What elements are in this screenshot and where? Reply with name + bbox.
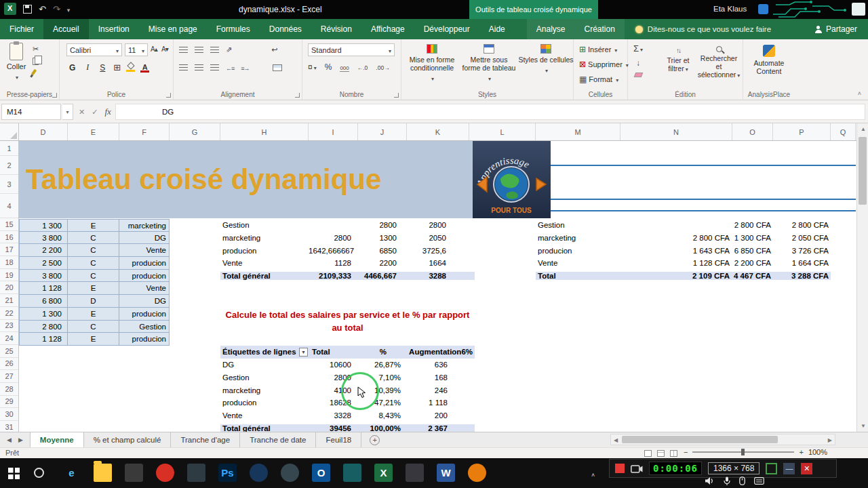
cell[interactable]: E — [68, 282, 119, 295]
underline-button[interactable]: S — [97, 63, 108, 73]
format-as-table-button[interactable]: Mettre sous forme de tableau — [461, 44, 517, 83]
recorder-settings-button[interactable] — [766, 463, 777, 474]
ribbon-tab[interactable]: Accueil — [43, 19, 89, 39]
cell[interactable]: C — [68, 244, 119, 257]
cell[interactable]: 168 — [407, 373, 475, 382]
cell[interactable]: 1300 — [358, 234, 407, 242]
conditional-formatting-button[interactable]: Mise en forme conditionnelle — [404, 44, 460, 83]
decrease-decimal-icon[interactable] — [376, 63, 389, 71]
automate-content-button[interactable]: Automate Content — [749, 45, 789, 75]
row-header[interactable]: 27 — [0, 370, 18, 383]
search-button[interactable] — [34, 468, 44, 478]
cell[interactable]: 2109,333 — [309, 272, 358, 280]
redo-icon[interactable] — [53, 3, 60, 15]
cell[interactable]: C — [68, 257, 119, 270]
augmentation-header[interactable]: Augmentation6% — [407, 348, 475, 356]
cell[interactable]: 1642,666667 — [309, 247, 358, 255]
bold-button[interactable]: G — [66, 63, 78, 73]
clear-icon[interactable] — [633, 73, 643, 77]
column-header[interactable]: P — [773, 123, 831, 141]
cell[interactable]: 2 200 — [19, 244, 68, 257]
cell[interactable]: C — [68, 270, 119, 283]
cell[interactable]: 10600 — [309, 361, 358, 369]
row-header[interactable]: 31 — [0, 421, 18, 432]
cell[interactable]: marcketing — [220, 386, 309, 394]
format-painter-icon[interactable] — [31, 69, 37, 76]
cell[interactable]: 39456 — [309, 424, 358, 432]
ribbon-tab[interactable]: Mise en page — [139, 19, 207, 39]
select-all-corner[interactable] — [0, 123, 19, 141]
zoom-in-icon[interactable]: + — [799, 448, 803, 456]
cell[interactable]: 1 300 — [19, 219, 68, 232]
cell[interactable]: 200 — [407, 411, 475, 420]
filter-dropdown-icon[interactable]: ▼ — [299, 348, 308, 357]
total-header[interactable]: Total — [309, 348, 358, 356]
zoom-slider[interactable] — [692, 451, 794, 453]
ribbon-context-tab[interactable]: Analyse — [527, 19, 575, 39]
decrease-indent-icon[interactable] — [226, 64, 234, 72]
dialog-launcher-icon[interactable] — [52, 93, 57, 98]
fill-color-icon[interactable] — [126, 63, 135, 72]
cell[interactable]: 1 300 CFA — [732, 234, 773, 242]
row-header[interactable]: 16 — [0, 231, 18, 244]
titlebar-app-icon[interactable] — [758, 4, 768, 14]
row-header[interactable]: 19 — [0, 269, 18, 282]
cell[interactable]: Vente — [220, 411, 309, 420]
cell[interactable]: 6 800 — [19, 295, 68, 308]
align-center-icon[interactable] — [195, 64, 203, 71]
cell[interactable]: 2 800 — [19, 321, 68, 333]
column-header[interactable]: K — [407, 123, 469, 141]
taskbar-app-outlook[interactable]: O — [312, 464, 330, 482]
copy-icon[interactable] — [33, 58, 39, 65]
row-header[interactable]: 18 — [0, 256, 18, 269]
enter-icon[interactable]: ✓ — [92, 108, 98, 117]
zoom-out-icon[interactable]: − — [684, 448, 688, 456]
cell[interactable]: producion — [220, 399, 309, 407]
column-header[interactable]: H — [220, 123, 309, 141]
row-header[interactable]: 25 — [0, 345, 18, 358]
cell[interactable]: producion — [119, 270, 170, 283]
cell[interactable]: producion — [536, 247, 620, 255]
cell[interactable]: 1 128 — [19, 282, 68, 295]
cell[interactable]: 636 — [407, 361, 475, 369]
cell[interactable]: Vente — [536, 259, 620, 267]
cell[interactable]: 2800 — [358, 221, 407, 229]
cell[interactable]: D — [68, 295, 119, 308]
user-name[interactable]: Eta Klaus — [713, 5, 747, 13]
vertical-scroll-thumb[interactable] — [859, 137, 867, 205]
zoom-level[interactable]: 100% — [808, 448, 827, 456]
ribbon-tab[interactable]: Fichier — [0, 19, 43, 39]
cell[interactable]: 3288 — [407, 272, 475, 280]
cut-icon[interactable] — [33, 45, 39, 54]
collapse-ribbon-icon[interactable]: ˄ — [858, 90, 861, 97]
ribbon-tab[interactable]: Révision — [311, 19, 361, 39]
cell[interactable]: producion — [119, 308, 170, 321]
font-size-select[interactable]: 11 — [125, 43, 148, 56]
cell[interactable]: 4 467 CFA — [732, 272, 773, 280]
cell[interactable]: DG — [119, 232, 170, 245]
cell[interactable]: 2800 — [309, 234, 358, 242]
cell[interactable]: Vente — [220, 259, 309, 267]
fill-icon[interactable] — [636, 58, 640, 68]
row-header[interactable]: 3 — [0, 175, 18, 194]
scroll-right-icon[interactable]: ▶ — [828, 437, 832, 443]
row-header[interactable]: 29 — [0, 396, 18, 409]
cell[interactable]: 6 850 CFA — [732, 247, 773, 255]
cell[interactable]: 3 288 CFA — [773, 272, 831, 280]
scroll-up-icon[interactable]: ▲ — [861, 126, 866, 132]
tell-me-box[interactable]: Dites-nous ce que vous voulez faire — [635, 19, 771, 39]
record-stop-button[interactable] — [615, 464, 625, 473]
column-header[interactable]: I — [309, 123, 358, 141]
customize-qat-icon[interactable] — [67, 3, 71, 15]
taskbar-app-dark-3[interactable] — [406, 464, 424, 482]
column-header[interactable]: O — [732, 123, 773, 141]
sheet-area[interactable]: Tableau croisé dynamique Apprentissage P… — [19, 141, 856, 432]
row-header[interactable]: 26 — [0, 358, 18, 371]
autosum-icon[interactable] — [633, 43, 643, 54]
tray-mouse-icon[interactable] — [739, 476, 745, 485]
row-header[interactable]: 23 — [0, 320, 18, 333]
row-header[interactable]: 28 — [0, 383, 18, 396]
share-button[interactable]: Partager — [804, 19, 868, 39]
find-select-button[interactable]: Rechercher et sélectionner — [697, 46, 741, 80]
row-header[interactable]: 4 — [0, 194, 18, 218]
